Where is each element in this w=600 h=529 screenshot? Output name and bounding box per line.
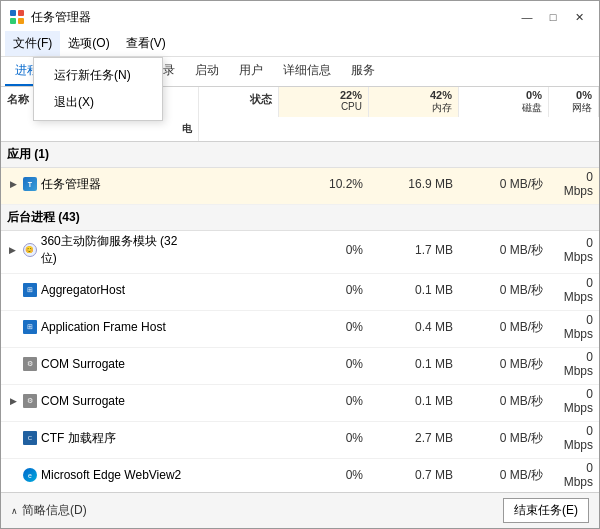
table-row[interactable]: ▶ ⚙ COM Surrogate 0% 0.1 MB 0 MB/秒 0 Mbp…: [1, 385, 599, 422]
menu-view[interactable]: 查看(V): [118, 31, 174, 56]
process-network: 0 Mbps: [549, 311, 599, 343]
process-status: [199, 288, 279, 292]
process-network: 0 Mbps: [549, 348, 599, 380]
process-power: [1, 269, 199, 273]
process-network: 0 Mbps: [549, 459, 599, 491]
minimize-button[interactable]: —: [515, 7, 539, 27]
process-status: [199, 362, 279, 366]
process-status: [199, 436, 279, 440]
process-status: [199, 399, 279, 403]
process-cpu: 0%: [279, 466, 369, 484]
process-name: ▶ T 任务管理器: [1, 174, 199, 195]
com-icon: ⚙: [23, 357, 37, 371]
svg-rect-2: [10, 18, 16, 24]
process-network: 0 Mbps: [549, 385, 599, 417]
process-name: e Microsoft Edge WebView2: [1, 466, 199, 484]
network-percent: 0%: [555, 89, 592, 101]
process-memory: 1.7 MB: [369, 241, 459, 259]
task-manager-window: 任务管理器 — □ ✕ 文件(F) 选项(O) 查看(V) 运行新任务(N) 退…: [0, 0, 600, 529]
process-disk: 0 MB/秒: [459, 280, 549, 301]
process-cpu: 0%: [279, 318, 369, 336]
window-icon: [9, 9, 25, 25]
expand-icon[interactable]: ▶: [7, 395, 19, 407]
cpu-percent: 22%: [285, 89, 362, 101]
table-row[interactable]: ▶ 😊 360主动防御服务模块 (32 位) 0% 1.7 MB 0 MB/秒 …: [1, 231, 599, 274]
summary-label: 简略信息(D): [22, 502, 87, 519]
close-button[interactable]: ✕: [567, 7, 591, 27]
footer: ∧ 简略信息(D) 结束任务(E): [1, 492, 599, 528]
menu-file[interactable]: 文件(F): [5, 31, 60, 56]
table-row[interactable]: ⊞ Application Frame Host 0% 0.4 MB 0 MB/…: [1, 311, 599, 348]
process-status: [199, 182, 279, 186]
table-row[interactable]: e Microsoft Edge WebView2 0% 0.7 MB 0 MB…: [1, 459, 599, 492]
appframe-icon: ⊞: [23, 320, 37, 334]
process-memory: 0.1 MB: [369, 281, 459, 299]
memory-percent: 42%: [375, 89, 452, 101]
process-memory: 0.1 MB: [369, 355, 459, 373]
process-disk: 0 MB/秒: [459, 465, 549, 486]
tab-startup[interactable]: 启动: [185, 57, 229, 86]
process-power: [1, 200, 199, 204]
disk-label: 磁盘: [465, 101, 542, 115]
table-row[interactable]: ⊞ AggregatorHost 0% 0.1 MB 0 MB/秒 0 Mbps: [1, 274, 599, 311]
process-status: [199, 473, 279, 477]
chevron-up-icon: ∧: [11, 506, 18, 516]
title-bar-left: 任务管理器: [9, 9, 91, 26]
expand-icon[interactable]: ▶: [7, 244, 19, 256]
process-list[interactable]: 应用 (1) ▶ T 任务管理器 10.2% 16.9 MB 0 MB/秒 0 …: [1, 142, 599, 492]
process-name: ▶ 😊 360主动防御服务模块 (32 位): [1, 231, 199, 269]
process-network: 0 Mbps: [549, 274, 599, 306]
process-name: ⊞ Application Frame Host: [1, 318, 199, 336]
process-disk: 0 MB/秒: [459, 428, 549, 449]
process-power: [1, 417, 199, 421]
col-cpu[interactable]: 22% CPU: [279, 87, 369, 117]
process-memory: 2.7 MB: [369, 429, 459, 447]
menu-bar: 文件(F) 选项(O) 查看(V) 运行新任务(N) 退出(X): [1, 31, 599, 57]
process-network: 0 Mbps: [549, 234, 599, 266]
process-name: ⚙ COM Surrogate: [1, 355, 199, 373]
expand-icon[interactable]: ▶: [7, 178, 19, 190]
process-power: [1, 343, 199, 347]
tab-details[interactable]: 详细信息: [273, 57, 341, 86]
process-power: [1, 306, 199, 310]
table-row[interactable]: ⚙ COM Surrogate 0% 0.1 MB 0 MB/秒 0 Mbps: [1, 348, 599, 385]
com2-icon: ⚙: [23, 394, 37, 408]
maximize-button[interactable]: □: [541, 7, 565, 27]
table-row[interactable]: ▶ T 任务管理器 10.2% 16.9 MB 0 MB/秒 0 Mbps: [1, 168, 599, 205]
col-memory[interactable]: 42% 内存: [369, 87, 459, 117]
process-power: [1, 380, 199, 384]
col-status[interactable]: 状态: [199, 87, 279, 117]
process-cpu: 10.2%: [279, 175, 369, 193]
process-status: [199, 325, 279, 329]
process-name: ⊞ AggregatorHost: [1, 281, 199, 299]
process-name: C CTF 加载程序: [1, 428, 199, 449]
col-network[interactable]: 0% 网络: [549, 87, 599, 117]
process-name: ▶ ⚙ COM Surrogate: [1, 392, 199, 410]
menu-options[interactable]: 选项(O): [60, 31, 117, 56]
edge-icon: e: [23, 468, 37, 482]
section-apps: 应用 (1): [1, 142, 599, 168]
process-cpu: 0%: [279, 241, 369, 259]
svg-rect-3: [18, 18, 24, 24]
memory-label: 内存: [375, 101, 452, 115]
tab-users[interactable]: 用户: [229, 57, 273, 86]
disk-percent: 0%: [465, 89, 542, 101]
summary-toggle[interactable]: ∧ 简略信息(D): [11, 502, 87, 519]
process-disk: 0 MB/秒: [459, 174, 549, 195]
process-memory: 16.9 MB: [369, 175, 459, 193]
network-label: 网络: [555, 101, 592, 115]
svg-rect-0: [10, 10, 16, 16]
col-disk[interactable]: 0% 磁盘: [459, 87, 549, 117]
aggregator-icon: ⊞: [23, 283, 37, 297]
tab-services[interactable]: 服务: [341, 57, 385, 86]
process-cpu: 0%: [279, 281, 369, 299]
menu-run-new[interactable]: 运行新任务(N): [34, 62, 162, 89]
process-network: 0 Mbps: [549, 168, 599, 200]
menu-exit[interactable]: 退出(X): [34, 89, 162, 116]
process-power: [1, 454, 199, 458]
end-task-button[interactable]: 结束任务(E): [503, 498, 589, 523]
process-cpu: 0%: [279, 429, 369, 447]
process-status: [199, 248, 279, 252]
process-disk: 0 MB/秒: [459, 317, 549, 338]
table-row[interactable]: C CTF 加载程序 0% 2.7 MB 0 MB/秒 0 Mbps: [1, 422, 599, 459]
